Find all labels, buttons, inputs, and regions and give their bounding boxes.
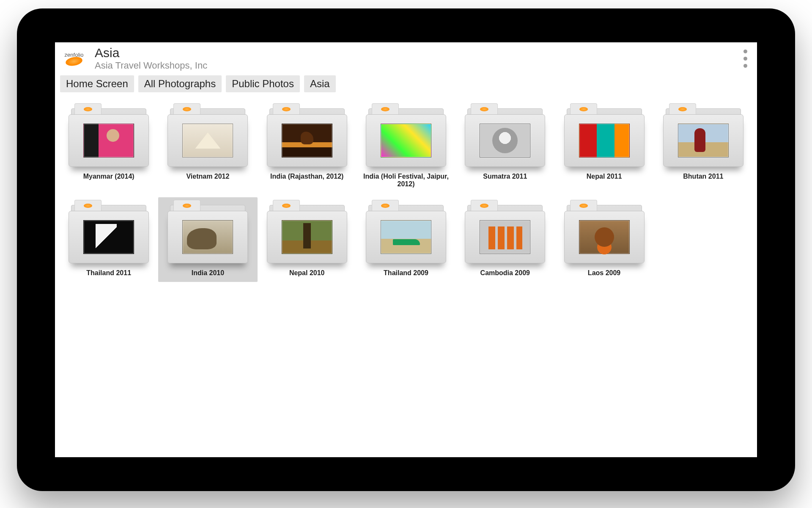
folder-icon [69,200,149,263]
folder-thumbnail [579,220,630,254]
folder-item[interactable]: Bhutan 2011 [654,101,753,193]
folder-tab [570,103,597,114]
folder-label: India 2010 [192,269,224,277]
brand-swirl-icon [579,107,588,111]
folder-item[interactable]: India (Rajasthan, 2012) [258,101,357,193]
breadcrumb-all-photographs[interactable]: All Photographs [138,75,222,92]
folder-thumbnail [579,124,630,157]
folder-front [564,211,645,263]
folder-icon [564,103,645,167]
folder-label: India (Rajasthan, 2012) [270,173,343,180]
app-header: zenfolio Asia Asia Travel Workshops, Inc [55,42,757,75]
dot-icon [743,50,747,53]
tablet-frame: zenfolio Asia Asia Travel Workshops, Inc… [17,8,795,491]
page-title: Asia [95,46,733,60]
folder-icon [465,200,545,263]
folder-item[interactable]: Laos 2009 [554,197,653,282]
folder-tab [372,103,399,114]
folder-tab [669,103,696,114]
folder-label: Cambodia 2009 [480,269,530,277]
folder-thumbnail [381,220,431,254]
folder-front [167,211,248,263]
folder-front [69,114,149,167]
brand-swirl-icon [183,107,191,111]
brand-swirl-icon [381,204,390,208]
brand-logo[interactable]: zenfolio [59,48,89,69]
page-subtitle: Asia Travel Workshops, Inc [95,60,733,71]
brand-swirl-icon [678,107,687,111]
folder-icon [167,200,248,263]
folder-tab [74,103,102,114]
brand-swirl-icon [480,204,488,208]
folder-thumbnail [678,124,729,157]
folder-label: Vietnam 2012 [186,173,229,180]
folder-icon [366,200,446,263]
folder-label: Sumatra 2011 [483,173,527,180]
folder-front [69,211,149,263]
folder-item[interactable]: India (Holi Festival, Jaipur, 2012) [357,101,455,193]
folder-item[interactable]: Sumatra 2011 [455,101,554,193]
brand-swirl-icon [381,107,390,111]
folder-item[interactable]: Cambodia 2009 [455,197,554,282]
folder-icon [564,200,645,263]
header-titles: Asia Asia Travel Workshops, Inc [95,46,733,71]
stage: zenfolio Asia Asia Travel Workshops, Inc… [0,0,812,508]
folder-item[interactable]: Nepal 2011 [554,101,653,193]
folder-icon [69,103,149,167]
folder-label: Nepal 2010 [289,269,325,277]
brand-swirl-icon [84,107,92,111]
folder-item[interactable]: India 2010 [158,197,257,282]
folder-front [267,114,347,167]
brand-swirl-icon [480,107,488,111]
brand-swirl-icon [282,107,291,111]
folder-thumbnail [182,220,233,254]
folder-label: Nepal 2011 [587,173,622,180]
folder-item[interactable]: Nepal 2010 [258,197,357,282]
folder-item[interactable]: Thailand 2011 [59,197,158,282]
folder-tab [173,103,200,114]
folder-label: India (Holi Festival, Jaipur, 2012) [358,173,454,188]
folder-item[interactable]: Myanmar (2014) [59,101,158,193]
folder-front [663,114,743,167]
folder-thumbnail [182,124,233,157]
breadcrumb-asia[interactable]: Asia [304,75,336,92]
folder-icon [167,103,248,167]
folder-item[interactable]: Thailand 2009 [357,197,455,282]
folder-front [564,114,645,167]
folder-tab [471,103,498,114]
overflow-menu-button[interactable] [739,47,751,70]
folder-label: Laos 2009 [588,269,620,277]
folder-item[interactable]: Vietnam 2012 [158,101,257,193]
folder-icon [267,200,347,263]
folder-icon [366,103,446,167]
folder-front [366,211,446,263]
folder-tab [372,200,399,211]
folder-icon [267,103,347,167]
folder-front [366,114,446,167]
folder-front [267,211,347,263]
dot-icon [743,57,747,61]
folder-thumbnail [282,220,332,254]
folder-tab [273,103,300,114]
folder-thumbnail [83,220,134,254]
brand-swirl-icon [579,204,588,208]
folder-grid[interactable]: Myanmar (2014)Vietnam 2012India (Rajasth… [55,97,757,457]
breadcrumb-public-photos[interactable]: Public Photos [226,75,300,92]
folder-icon [465,103,545,167]
breadcrumb-home-screen[interactable]: Home Screen [60,75,134,92]
folder-label: Bhutan 2011 [683,173,723,180]
folder-thumbnail [282,124,332,157]
folder-tab [74,200,102,211]
folder-thumbnail [480,124,530,157]
app-screen: zenfolio Asia Asia Travel Workshops, Inc… [55,42,757,457]
brand-swirl-icon [282,204,291,208]
folder-label: Myanmar (2014) [83,173,134,180]
folder-tab [471,200,498,211]
folder-tab [273,200,300,211]
folder-thumbnail [83,124,134,157]
folder-icon [663,103,743,167]
folder-label: Thailand 2009 [384,269,428,277]
brand-swirl-icon [183,204,191,208]
brand-swirl-icon [84,204,92,208]
folder-front [465,211,545,263]
